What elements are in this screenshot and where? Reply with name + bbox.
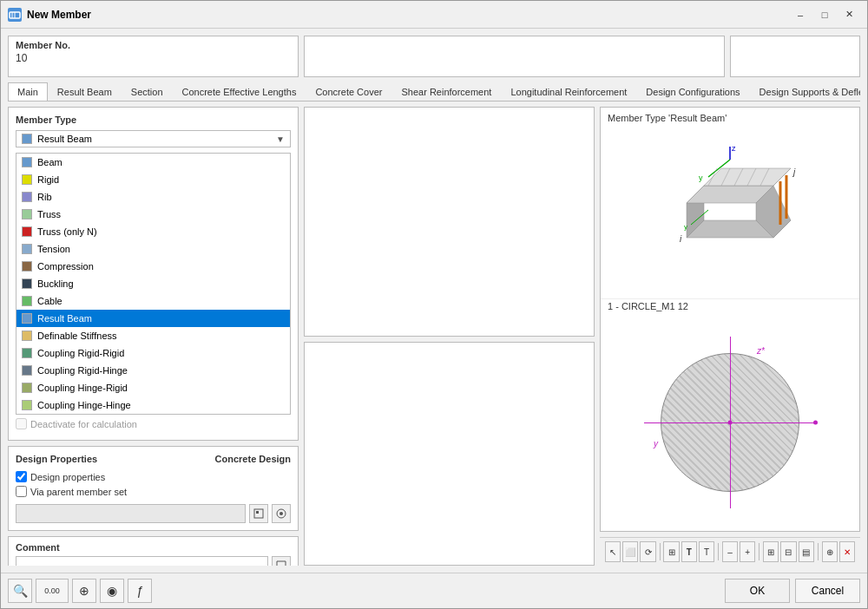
top-row: Member No. 10 bbox=[8, 36, 860, 77]
truss-n-label: Truss (only N) bbox=[37, 226, 97, 237]
rib-color bbox=[22, 192, 32, 202]
rib-label: Rib bbox=[37, 192, 52, 202]
toolbar-grid-alt-btn[interactable]: ⊟ bbox=[780, 541, 796, 562]
toolbar-rotate-btn[interactable]: ⟳ bbox=[640, 541, 655, 562]
coupling-rr-color bbox=[22, 348, 32, 358]
main-window: New Member – □ ✕ Member No. 10 Main Resu… bbox=[0, 0, 868, 609]
design-props-subtitle: Concrete Design bbox=[215, 454, 291, 464]
left-panel: Member Type Result Beam ▼ Beam bbox=[8, 107, 299, 566]
via-parent-checkbox-row: Via parent member set bbox=[16, 486, 291, 497]
content-area: Member No. 10 Main Result Beam Section C… bbox=[1, 29, 867, 573]
tab-design-supports-deflection[interactable]: Design Supports & Deflection bbox=[750, 82, 860, 101]
list-item-coupling-hr[interactable]: Coupling Hinge-Rigid bbox=[16, 379, 290, 396]
list-item-compression[interactable]: Compression bbox=[16, 258, 290, 275]
list-item-truss[interactable]: Truss bbox=[16, 206, 290, 223]
tab-shear-reinforcement[interactable]: Shear Reinforcement bbox=[391, 82, 501, 101]
formula-tool-btn[interactable]: ƒ bbox=[128, 579, 152, 603]
design-props-checkbox[interactable] bbox=[16, 471, 27, 482]
comment-btn-1[interactable] bbox=[272, 556, 291, 566]
toolbar-sep-3 bbox=[759, 543, 760, 560]
window-controls: – □ ✕ bbox=[789, 6, 860, 23]
cancel-button[interactable]: Cancel bbox=[795, 579, 860, 603]
list-item-result-beam[interactable]: Result Beam bbox=[16, 310, 290, 327]
bottom-tools: 🔍 0.00 ⊕ ◉ ƒ bbox=[8, 579, 152, 603]
tab-concrete-effective-lengths[interactable]: Concrete Effective Lengths bbox=[173, 82, 306, 101]
tension-label: Tension bbox=[37, 244, 70, 254]
toolbar-text-alt-btn[interactable]: T bbox=[699, 541, 714, 562]
coupling-hh-color bbox=[22, 400, 32, 410]
list-item-definable-stiffness[interactable]: Definable Stiffness bbox=[16, 327, 290, 344]
minimize-button[interactable]: – bbox=[789, 6, 812, 23]
svg-marker-15 bbox=[704, 168, 791, 186]
toolbar-grid-btn[interactable]: ⊞ bbox=[763, 541, 779, 562]
search-tool-btn[interactable]: 🔍 bbox=[8, 579, 32, 603]
toolbar-rect-btn[interactable]: ⬜ bbox=[622, 541, 638, 562]
result-beam-color bbox=[22, 313, 32, 324]
list-item-beam[interactable]: Beam bbox=[16, 154, 290, 171]
coupling-hr-label: Coupling Hinge-Rigid bbox=[37, 383, 128, 393]
list-item-coupling-rr[interactable]: Coupling Rigid-Rigid bbox=[16, 344, 290, 362]
member-no-value: 10 bbox=[16, 52, 291, 64]
via-parent-checkbox[interactable] bbox=[16, 486, 27, 497]
beam-color bbox=[22, 157, 32, 167]
member-type-dropdown[interactable]: Result Beam ▼ bbox=[16, 130, 291, 147]
list-item-coupling-rh[interactable]: Coupling Rigid-Hinge bbox=[16, 362, 290, 379]
tab-section[interactable]: Section bbox=[122, 82, 173, 101]
toolbar-copy-btn[interactable]: ⊕ bbox=[822, 541, 838, 562]
tab-design-configurations[interactable]: Design Configurations bbox=[636, 82, 749, 101]
cable-label: Cable bbox=[37, 296, 62, 306]
definable-stiffness-color bbox=[22, 331, 32, 341]
list-item-buckling[interactable]: Buckling bbox=[16, 275, 290, 292]
design-props-title: Design Properties bbox=[16, 454, 97, 464]
tabs-bar: Main Result Beam Section Concrete Effect… bbox=[8, 82, 860, 102]
result-beam-label: Result Beam bbox=[37, 313, 92, 324]
comment-label: Comment bbox=[16, 542, 291, 553]
dropdown-selected-row[interactable]: Result Beam ▼ bbox=[16, 130, 291, 147]
toolbar-sep-1 bbox=[660, 543, 661, 560]
middle-top-panel bbox=[304, 107, 595, 337]
toolbar-text-btn[interactable]: T bbox=[681, 541, 697, 562]
main-row: Member Type Result Beam ▼ Beam bbox=[8, 107, 860, 566]
toolbar-select-btn[interactable]: ↖ bbox=[605, 541, 621, 562]
beam-label: Beam bbox=[37, 157, 62, 167]
axis-tool-btn[interactable]: ⊕ bbox=[72, 579, 96, 603]
tab-result-beam[interactable]: Result Beam bbox=[48, 82, 122, 101]
toolbar-close-btn[interactable]: ✕ bbox=[839, 541, 855, 562]
list-item-rigid[interactable]: Rigid bbox=[16, 171, 290, 188]
maximize-button[interactable]: □ bbox=[813, 6, 836, 23]
toolbar-plus-btn[interactable]: + bbox=[740, 541, 755, 562]
deactivate-row: Deactivate for calculation bbox=[16, 415, 291, 433]
member-type-list: Beam Rigid Rib Truss bbox=[16, 153, 291, 415]
design-btn-1[interactable] bbox=[249, 504, 268, 523]
ok-button[interactable]: OK bbox=[725, 579, 790, 603]
list-item-cable[interactable]: Cable bbox=[16, 292, 290, 310]
y-axis-label: y bbox=[654, 439, 658, 449]
coupling-hr-color bbox=[22, 383, 32, 393]
tab-main[interactable]: Main bbox=[8, 82, 48, 102]
decimal-tool-btn[interactable]: 0.00 bbox=[36, 579, 69, 603]
design-btn-2[interactable] bbox=[272, 504, 291, 523]
truss-label: Truss bbox=[37, 209, 61, 219]
toolbar-minus-btn[interactable]: – bbox=[722, 541, 738, 562]
svg-text:j: j bbox=[792, 167, 796, 177]
window-title: New Member bbox=[27, 9, 789, 21]
deactivate-label: Deactivate for calculation bbox=[30, 419, 137, 429]
section-name-label: 1 - CIRCLE_M1 12 bbox=[601, 298, 859, 313]
list-item-truss-n[interactable]: Truss (only N) bbox=[16, 223, 290, 240]
toolbar-frame-btn[interactable]: ⊞ bbox=[663, 541, 679, 562]
tab-concrete-cover[interactable]: Concrete Cover bbox=[306, 82, 391, 101]
close-button[interactable]: ✕ bbox=[838, 6, 860, 23]
member-type-box: Member Type Result Beam ▼ Beam bbox=[8, 107, 299, 441]
list-item-tension[interactable]: Tension bbox=[16, 240, 290, 258]
tab-longitudinal-reinforcement[interactable]: Longitudinal Reinforcement bbox=[501, 82, 636, 101]
comment-input[interactable] bbox=[16, 556, 268, 566]
deactivate-checkbox[interactable] bbox=[16, 418, 27, 429]
truss-n-color bbox=[22, 226, 32, 237]
toolbar-print-btn[interactable]: ▤ bbox=[799, 541, 814, 562]
center-dot bbox=[728, 420, 733, 424]
selected-color-box bbox=[22, 134, 32, 144]
design-input-field[interactable] bbox=[16, 504, 246, 523]
view-tool-btn[interactable]: ◉ bbox=[100, 579, 124, 603]
list-item-coupling-hh[interactable]: Coupling Hinge-Hinge bbox=[16, 396, 290, 414]
list-item-rib[interactable]: Rib bbox=[16, 188, 290, 206]
